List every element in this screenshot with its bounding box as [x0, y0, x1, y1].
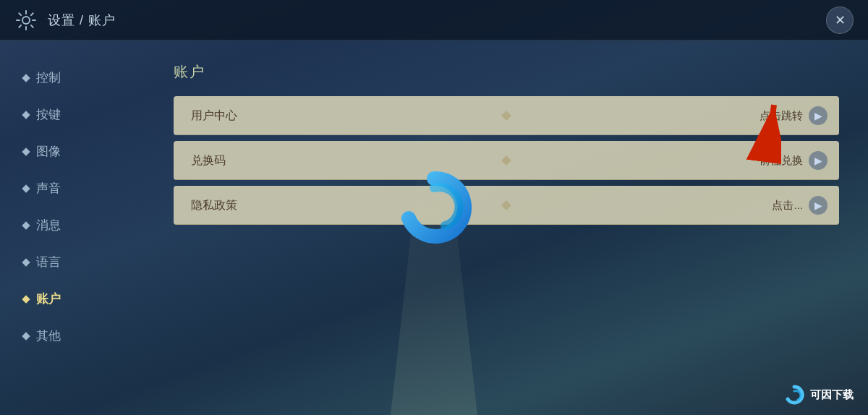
settings-row-2[interactable]: 隐私政策点击...▶ [174, 186, 839, 225]
sidebar-item-声音[interactable]: 声音 [14, 173, 130, 204]
diamond-icon [22, 332, 30, 340]
row-decoration-diamond [501, 155, 511, 166]
sidebar-item-账户[interactable]: 账户 [14, 283, 130, 315]
row-label: 用户中心 [174, 108, 260, 124]
sidebar-label: 账户 [36, 291, 61, 307]
sidebar-label: 语言 [36, 254, 61, 270]
sidebar-item-按键[interactable]: 按键 [14, 99, 130, 130]
watermark-logo-icon [784, 385, 804, 405]
row-arrow-button[interactable]: ▶ [809, 151, 827, 170]
chevron-right-icon: ▶ [814, 155, 822, 166]
row-arrow-button[interactable]: ▶ [809, 106, 827, 125]
sidebar-label: 图像 [36, 143, 61, 160]
sidebar-label: 消息 [36, 217, 61, 234]
diamond-icon [22, 258, 30, 266]
row-decoration-diamond [501, 200, 511, 210]
sidebar-label: 按键 [36, 106, 61, 123]
diamond-icon [22, 295, 30, 303]
watermark-text: 可因下载 [810, 388, 854, 402]
close-icon: ✕ [835, 12, 846, 28]
sidebar: 控制按键图像声音消息语言账户其他 [0, 40, 145, 415]
diamond-icon [22, 184, 30, 192]
row-label: 兑换码 [174, 153, 260, 168]
diamond-icon [22, 221, 30, 229]
sidebar-item-语言[interactable]: 语言 [14, 247, 130, 278]
diamond-icon [22, 147, 30, 155]
sidebar-label: 控制 [36, 69, 61, 86]
row-label: 隐私政策 [174, 198, 260, 213]
watermark: 可因下载 [784, 385, 854, 405]
sidebar-item-消息[interactable]: 消息 [14, 210, 130, 241]
sidebar-label: 其他 [36, 328, 61, 344]
diamond-icon [22, 111, 30, 119]
gear-icon [14, 9, 38, 32]
chevron-right-icon: ▶ [814, 110, 822, 121]
chevron-right-icon: ▶ [814, 200, 822, 211]
row-action-label: 点击... [772, 199, 803, 213]
sidebar-item-其他[interactable]: 其他 [14, 320, 130, 351]
row-arrow-button[interactable]: ▶ [809, 196, 827, 215]
svg-line-2 [767, 105, 774, 159]
sidebar-item-图像[interactable]: 图像 [14, 136, 130, 167]
breadcrumb: 设置 / 账户 [48, 12, 116, 29]
edge-logo [394, 168, 474, 247]
annotation-arrow [709, 94, 781, 166]
close-button[interactable]: ✕ [826, 7, 854, 34]
diamond-icon [22, 74, 30, 82]
row-decoration-diamond [501, 111, 511, 121]
content-title: 账户 [174, 62, 839, 82]
sidebar-item-控制[interactable]: 控制 [14, 62, 130, 93]
svg-point-0 [22, 17, 30, 24]
header-bar: 设置 / 账户 ✕ [0, 0, 868, 40]
sidebar-label: 声音 [36, 180, 61, 197]
